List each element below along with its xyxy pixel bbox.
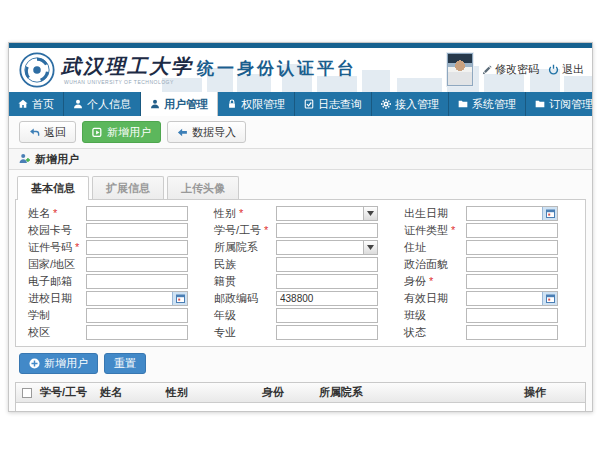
native-place-input[interactable] xyxy=(277,275,377,288)
logout-label: 退出 xyxy=(562,62,584,77)
entry-date-input[interactable] xyxy=(87,292,172,305)
major-label: 专业 xyxy=(214,325,276,340)
nav-item-home[interactable]: 首页 xyxy=(9,92,64,116)
chevron-down-icon[interactable] xyxy=(363,207,377,220)
reset-button[interactable]: 重置 xyxy=(104,353,146,374)
major-input[interactable] xyxy=(277,326,377,339)
column-header-identity: 身份 xyxy=(260,385,317,400)
political-status-field xyxy=(466,257,558,272)
nav-item-log-query[interactable]: 日志查询 xyxy=(295,92,372,116)
required-asterisk: * xyxy=(448,224,455,236)
required-asterisk: * xyxy=(236,207,243,219)
campus-card-no-input[interactable] xyxy=(87,224,187,237)
id-number-input[interactable] xyxy=(87,241,187,254)
calendar-icon[interactable] xyxy=(542,292,557,305)
country-region-input[interactable] xyxy=(87,258,187,271)
class-input[interactable] xyxy=(467,309,557,322)
calendar-icon[interactable] xyxy=(542,207,557,220)
tab-extended-info[interactable]: 扩展信息 xyxy=(92,176,164,199)
id-number-label: 证件号码 * xyxy=(28,240,86,255)
tab-basic-info[interactable]: 基本信息 xyxy=(17,176,89,200)
education-system-label: 学制 xyxy=(28,308,86,323)
form-row: 校区专业状态 xyxy=(18,324,583,341)
address-field xyxy=(466,240,558,255)
logout-link[interactable]: 退出 xyxy=(548,62,584,77)
plus-circle-icon xyxy=(29,358,40,369)
name-input[interactable] xyxy=(87,207,187,220)
form-row: 国家/地区民族政治面貌 xyxy=(18,256,583,273)
department-select xyxy=(276,240,378,255)
student-staff-id-input[interactable] xyxy=(277,224,377,237)
user-table: 学号/工号姓名性别身份所属院系操作 xyxy=(15,382,586,411)
back-button[interactable]: 返回 xyxy=(19,121,76,143)
nav-item-sub-mgmt[interactable]: 订阅管理 xyxy=(526,92,600,116)
native-place-label: 籍贯 xyxy=(214,274,276,289)
main-nav: 首页个人信息用户管理权限管理日志查询接入管理系统管理订阅管理 xyxy=(9,92,592,116)
campus-input[interactable] xyxy=(87,326,187,339)
new-user-button[interactable]: 新增用户 xyxy=(82,121,161,143)
person-icon xyxy=(73,99,83,109)
department-select-value[interactable] xyxy=(277,241,363,254)
submit-add-user-button[interactable]: 新增用户 xyxy=(19,353,98,374)
email-input[interactable] xyxy=(87,275,187,288)
data-import-button[interactable]: 数据导入 xyxy=(167,121,246,143)
nav-item-label: 个人信息 xyxy=(87,97,131,112)
university-name-en: WUHAN UNIVERSITY OF TECHNOLOGY xyxy=(64,79,174,85)
birth-date-field xyxy=(466,206,558,221)
political-status-input[interactable] xyxy=(467,258,557,271)
form-row: 姓名 *性别 *出生日期 xyxy=(18,205,583,222)
country-region-field xyxy=(86,257,188,272)
gear-icon xyxy=(381,99,391,109)
id-type-input[interactable] xyxy=(467,224,557,237)
nav-item-profile[interactable]: 个人信息 xyxy=(64,92,141,116)
postal-code-input[interactable] xyxy=(277,292,377,305)
valid-date-field xyxy=(466,291,558,306)
class-field xyxy=(466,308,558,323)
nav-item-sys-mgmt[interactable]: 系统管理 xyxy=(449,92,526,116)
ethnicity-input[interactable] xyxy=(277,258,377,271)
identity-label: 身份 * xyxy=(404,274,466,289)
add-user-icon xyxy=(19,153,30,166)
nav-item-perm-mgmt[interactable]: 权限管理 xyxy=(218,92,295,116)
chevron-down-icon[interactable] xyxy=(363,241,377,254)
nav-item-label: 日志查询 xyxy=(318,97,362,112)
back-button-label: 返回 xyxy=(44,125,66,140)
education-system-input[interactable] xyxy=(87,309,187,322)
calendar-icon[interactable] xyxy=(172,292,187,305)
nav-item-access-mgmt[interactable]: 接入管理 xyxy=(372,92,449,116)
change-password-label: 修改密码 xyxy=(495,62,539,77)
column-header-department: 所属院系 xyxy=(317,385,522,400)
address-input[interactable] xyxy=(467,241,557,254)
grade-field xyxy=(276,308,378,323)
identity-input[interactable] xyxy=(467,275,557,288)
university-name: 武汉理工大学 xyxy=(61,53,193,80)
grade-input[interactable] xyxy=(277,309,377,322)
change-password-link[interactable]: 修改密码 xyxy=(482,62,539,77)
gender-select-value[interactable] xyxy=(277,207,363,220)
lock-icon xyxy=(227,99,237,109)
status-input[interactable] xyxy=(467,326,557,339)
birth-date-input[interactable] xyxy=(467,207,542,220)
page-background: 武汉理工大学 WUHAN UNIVERSITY OF TECHNOLOGY 统一… xyxy=(0,0,600,450)
panel-title: 新增用户 xyxy=(35,152,79,167)
user-avatar[interactable] xyxy=(447,53,473,86)
form-grid: 姓名 *性别 *出生日期校园卡号学号/工号 *证件类型 *证件号码 *所属院系住… xyxy=(15,199,586,347)
select-all-checkbox[interactable] xyxy=(22,388,32,398)
form-row: 证件号码 *所属院系住址 xyxy=(18,239,583,256)
status-label: 状态 xyxy=(404,325,466,340)
birth-date-label: 出生日期 xyxy=(404,206,466,221)
email-field xyxy=(86,274,188,289)
tab-upload-avatar[interactable]: 上传头像 xyxy=(167,176,239,199)
id-number-field xyxy=(86,240,188,255)
nav-item-user-mgmt[interactable]: 用户管理 xyxy=(141,92,218,116)
grade-label: 年级 xyxy=(214,308,276,323)
valid-date-input[interactable] xyxy=(467,292,542,305)
checkbox-column-header xyxy=(16,388,38,398)
column-header-student-id: 学号/工号 xyxy=(38,385,98,400)
entry-date-field xyxy=(86,291,188,306)
new-user-button-label: 新增用户 xyxy=(107,125,151,140)
nav-item-label: 首页 xyxy=(32,97,54,112)
platform-title: 统一身份认证平台 xyxy=(197,57,357,80)
nav-item-label: 系统管理 xyxy=(472,97,516,112)
name-label: 姓名 * xyxy=(28,206,86,221)
